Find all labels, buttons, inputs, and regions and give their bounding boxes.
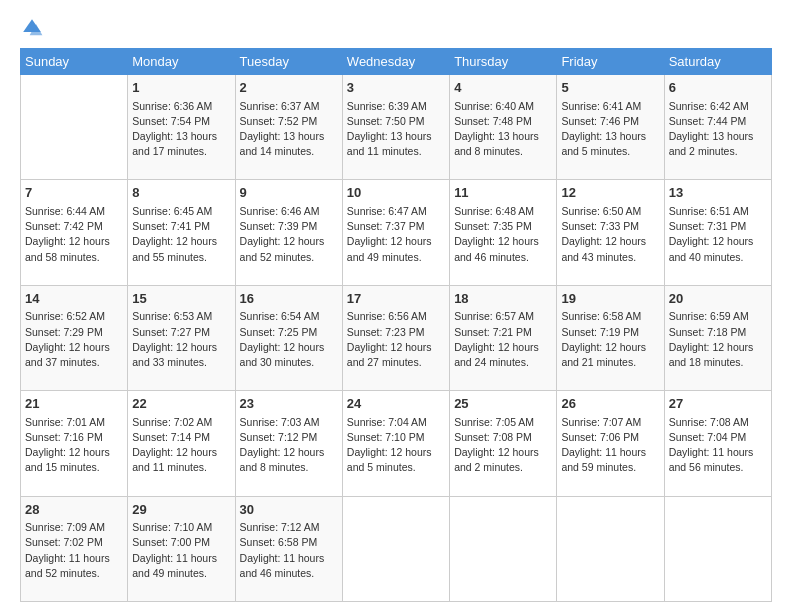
cell-info: Sunrise: 6:46 AMSunset: 7:39 PMDaylight:… <box>240 204 338 265</box>
cell-sunrise: Sunrise: 6:56 AM <box>347 310 427 322</box>
cell-info: Sunrise: 6:51 AMSunset: 7:31 PMDaylight:… <box>669 204 767 265</box>
cell-date-number: 10 <box>347 183 445 203</box>
cell-date-number: 7 <box>25 183 123 203</box>
cell-info: Sunrise: 7:04 AMSunset: 7:10 PMDaylight:… <box>347 415 445 476</box>
calendar-cell: 19Sunrise: 6:58 AMSunset: 7:19 PMDayligh… <box>557 285 664 390</box>
calendar-header: SundayMondayTuesdayWednesdayThursdayFrid… <box>21 49 772 75</box>
cell-info: Sunrise: 6:54 AMSunset: 7:25 PMDaylight:… <box>240 309 338 370</box>
cell-sunset: Sunset: 7:14 PM <box>132 431 210 443</box>
calendar-cell: 28Sunrise: 7:09 AMSunset: 7:02 PMDayligh… <box>21 496 128 601</box>
cell-sunrise: Sunrise: 6:57 AM <box>454 310 534 322</box>
cell-daylight: Daylight: 11 hours and 52 minutes. <box>25 552 110 579</box>
cell-info: Sunrise: 6:50 AMSunset: 7:33 PMDaylight:… <box>561 204 659 265</box>
cell-info: Sunrise: 6:53 AMSunset: 7:27 PMDaylight:… <box>132 309 230 370</box>
cell-sunset: Sunset: 7:42 PM <box>25 220 103 232</box>
cell-date-number: 23 <box>240 394 338 414</box>
cell-daylight: Daylight: 12 hours and 55 minutes. <box>132 235 217 262</box>
cell-daylight: Daylight: 12 hours and 37 minutes. <box>25 341 110 368</box>
calendar-week-row: 7Sunrise: 6:44 AMSunset: 7:42 PMDaylight… <box>21 180 772 285</box>
cell-info: Sunrise: 6:42 AMSunset: 7:44 PMDaylight:… <box>669 99 767 160</box>
calendar-cell: 25Sunrise: 7:05 AMSunset: 7:08 PMDayligh… <box>450 391 557 496</box>
cell-daylight: Daylight: 12 hours and 40 minutes. <box>669 235 754 262</box>
cell-sunrise: Sunrise: 7:12 AM <box>240 521 320 533</box>
cell-date-number: 29 <box>132 500 230 520</box>
calendar-cell: 23Sunrise: 7:03 AMSunset: 7:12 PMDayligh… <box>235 391 342 496</box>
cell-date-number: 27 <box>669 394 767 414</box>
cell-date-number: 8 <box>132 183 230 203</box>
cell-info: Sunrise: 6:47 AMSunset: 7:37 PMDaylight:… <box>347 204 445 265</box>
calendar-cell: 11Sunrise: 6:48 AMSunset: 7:35 PMDayligh… <box>450 180 557 285</box>
cell-sunrise: Sunrise: 7:05 AM <box>454 416 534 428</box>
cell-sunset: Sunset: 7:39 PM <box>240 220 318 232</box>
calendar-cell: 16Sunrise: 6:54 AMSunset: 7:25 PMDayligh… <box>235 285 342 390</box>
cell-date-number: 2 <box>240 78 338 98</box>
cell-sunset: Sunset: 7:02 PM <box>25 536 103 548</box>
cell-sunset: Sunset: 7:52 PM <box>240 115 318 127</box>
cell-info: Sunrise: 6:37 AMSunset: 7:52 PMDaylight:… <box>240 99 338 160</box>
cell-daylight: Daylight: 13 hours and 14 minutes. <box>240 130 325 157</box>
weekday-header-row: SundayMondayTuesdayWednesdayThursdayFrid… <box>21 49 772 75</box>
cell-date-number: 17 <box>347 289 445 309</box>
calendar-cell: 6Sunrise: 6:42 AMSunset: 7:44 PMDaylight… <box>664 75 771 180</box>
cell-sunrise: Sunrise: 6:37 AM <box>240 100 320 112</box>
cell-sunrise: Sunrise: 6:52 AM <box>25 310 105 322</box>
cell-sunset: Sunset: 7:16 PM <box>25 431 103 443</box>
calendar-cell: 21Sunrise: 7:01 AMSunset: 7:16 PMDayligh… <box>21 391 128 496</box>
cell-info: Sunrise: 7:10 AMSunset: 7:00 PMDaylight:… <box>132 520 230 581</box>
cell-info: Sunrise: 7:09 AMSunset: 7:02 PMDaylight:… <box>25 520 123 581</box>
calendar-cell: 14Sunrise: 6:52 AMSunset: 7:29 PMDayligh… <box>21 285 128 390</box>
cell-date-number: 24 <box>347 394 445 414</box>
cell-date-number: 26 <box>561 394 659 414</box>
cell-sunset: Sunset: 7:12 PM <box>240 431 318 443</box>
cell-info: Sunrise: 7:07 AMSunset: 7:06 PMDaylight:… <box>561 415 659 476</box>
calendar-table: SundayMondayTuesdayWednesdayThursdayFrid… <box>20 48 772 602</box>
calendar-cell <box>557 496 664 601</box>
weekday-header-saturday: Saturday <box>664 49 771 75</box>
calendar-cell: 15Sunrise: 6:53 AMSunset: 7:27 PMDayligh… <box>128 285 235 390</box>
cell-sunrise: Sunrise: 6:47 AM <box>347 205 427 217</box>
calendar-cell: 10Sunrise: 6:47 AMSunset: 7:37 PMDayligh… <box>342 180 449 285</box>
weekday-header-friday: Friday <box>557 49 664 75</box>
cell-daylight: Daylight: 12 hours and 24 minutes. <box>454 341 539 368</box>
cell-sunrise: Sunrise: 7:02 AM <box>132 416 212 428</box>
cell-daylight: Daylight: 11 hours and 56 minutes. <box>669 446 754 473</box>
calendar-cell: 26Sunrise: 7:07 AMSunset: 7:06 PMDayligh… <box>557 391 664 496</box>
calendar-cell <box>21 75 128 180</box>
cell-date-number: 21 <box>25 394 123 414</box>
cell-sunrise: Sunrise: 6:58 AM <box>561 310 641 322</box>
logo <box>20 16 48 40</box>
cell-sunset: Sunset: 7:44 PM <box>669 115 747 127</box>
cell-sunset: Sunset: 6:58 PM <box>240 536 318 548</box>
calendar-cell: 27Sunrise: 7:08 AMSunset: 7:04 PMDayligh… <box>664 391 771 496</box>
cell-sunrise: Sunrise: 6:54 AM <box>240 310 320 322</box>
cell-info: Sunrise: 6:39 AMSunset: 7:50 PMDaylight:… <box>347 99 445 160</box>
cell-daylight: Daylight: 12 hours and 11 minutes. <box>132 446 217 473</box>
cell-sunrise: Sunrise: 6:48 AM <box>454 205 534 217</box>
cell-daylight: Daylight: 12 hours and 18 minutes. <box>669 341 754 368</box>
cell-sunset: Sunset: 7:46 PM <box>561 115 639 127</box>
cell-date-number: 15 <box>132 289 230 309</box>
weekday-header-tuesday: Tuesday <box>235 49 342 75</box>
cell-info: Sunrise: 7:03 AMSunset: 7:12 PMDaylight:… <box>240 415 338 476</box>
cell-sunrise: Sunrise: 7:01 AM <box>25 416 105 428</box>
cell-info: Sunrise: 6:41 AMSunset: 7:46 PMDaylight:… <box>561 99 659 160</box>
cell-sunrise: Sunrise: 6:50 AM <box>561 205 641 217</box>
cell-sunrise: Sunrise: 6:42 AM <box>669 100 749 112</box>
cell-daylight: Daylight: 12 hours and 5 minutes. <box>347 446 432 473</box>
calendar-week-row: 1Sunrise: 6:36 AMSunset: 7:54 PMDaylight… <box>21 75 772 180</box>
cell-date-number: 19 <box>561 289 659 309</box>
cell-info: Sunrise: 6:44 AMSunset: 7:42 PMDaylight:… <box>25 204 123 265</box>
cell-info: Sunrise: 7:02 AMSunset: 7:14 PMDaylight:… <box>132 415 230 476</box>
cell-sunset: Sunset: 7:33 PM <box>561 220 639 232</box>
calendar-cell: 3Sunrise: 6:39 AMSunset: 7:50 PMDaylight… <box>342 75 449 180</box>
cell-date-number: 9 <box>240 183 338 203</box>
calendar-cell: 12Sunrise: 6:50 AMSunset: 7:33 PMDayligh… <box>557 180 664 285</box>
cell-sunset: Sunset: 7:37 PM <box>347 220 425 232</box>
calendar-cell <box>450 496 557 601</box>
cell-daylight: Daylight: 13 hours and 17 minutes. <box>132 130 217 157</box>
cell-date-number: 3 <box>347 78 445 98</box>
cell-sunset: Sunset: 7:00 PM <box>132 536 210 548</box>
cell-info: Sunrise: 6:52 AMSunset: 7:29 PMDaylight:… <box>25 309 123 370</box>
cell-sunrise: Sunrise: 6:40 AM <box>454 100 534 112</box>
cell-date-number: 4 <box>454 78 552 98</box>
